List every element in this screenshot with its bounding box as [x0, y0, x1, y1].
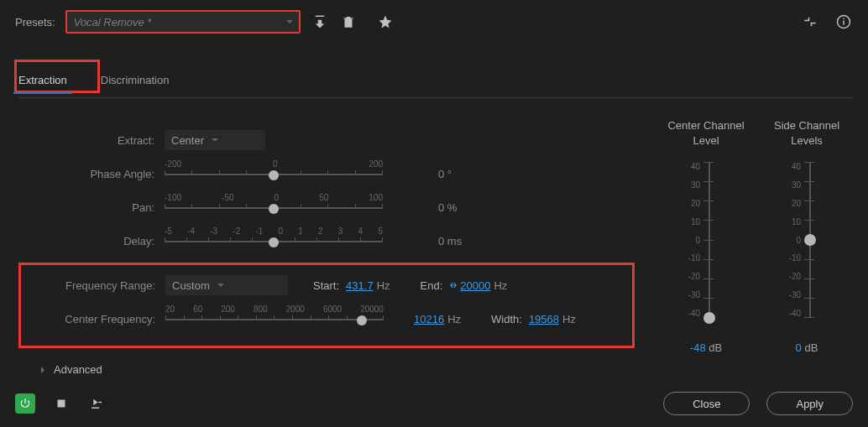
pan-value[interactable]: 0 %	[438, 201, 457, 214]
side-level-unit: dB	[804, 341, 818, 354]
info-button[interactable]	[834, 13, 853, 31]
center-level-slider[interactable]: 403020100-10-20-30-40	[685, 162, 727, 318]
freq-end-input[interactable]: 20000	[460, 279, 490, 292]
phase-label: Phase Angle:	[18, 168, 154, 180]
pan-slider[interactable]: -100-50050100	[165, 193, 383, 220]
freq-start-unit: Hz	[377, 279, 390, 292]
side-level-slider[interactable]: 403020100-10-20-30-40	[786, 162, 828, 318]
side-level-heading: Side Channel Levels	[761, 118, 853, 155]
pan-ticks: -100-50050100	[165, 193, 383, 202]
extract-select-value: Center	[171, 134, 204, 147]
delay-ticks: -5-4-3-2-1012345	[165, 227, 383, 236]
star-icon	[378, 14, 393, 29]
freq-end-label: End:	[421, 279, 443, 292]
delay-value[interactable]: 0 ms	[438, 235, 462, 247]
pan-thumb[interactable]	[269, 204, 279, 214]
frequency-group: Frequency Range: Custom Start: 431.7 Hz …	[18, 263, 635, 348]
svg-rect-2	[843, 18, 844, 20]
side-level-value[interactable]: 0	[796, 341, 802, 354]
center-level-unit: dB	[709, 341, 722, 354]
chevron-down-icon	[285, 18, 294, 26]
power-toggle[interactable]	[15, 393, 35, 414]
advanced-label: Advanced	[54, 363, 102, 376]
width-input[interactable]: 19568	[529, 313, 559, 325]
chevron-down-icon	[217, 281, 225, 289]
preset-select-value: Vocal Remove *	[74, 16, 152, 29]
link-icon	[449, 281, 458, 289]
svg-rect-1	[843, 21, 844, 25]
save-icon	[312, 14, 327, 29]
width-unit: Hz	[562, 313, 576, 325]
tab-discrimination[interactable]: Discrimination	[101, 67, 170, 93]
center-freq-slider[interactable]: 20602008002000600020000	[165, 305, 384, 331]
center-level-heading: Center Channel Level	[660, 118, 752, 155]
freq-range-select[interactable]: Custom	[165, 275, 288, 295]
freq-range-value: Custom	[172, 279, 210, 292]
save-preset-button[interactable]	[311, 13, 329, 31]
center-level-thumb[interactable]	[703, 312, 715, 324]
favorite-button[interactable]	[376, 13, 395, 31]
phase-slider[interactable]: -2000200	[165, 159, 383, 186]
route-icon	[803, 14, 818, 29]
phase-value[interactable]: 0 °	[438, 168, 452, 180]
route-button[interactable]	[801, 13, 819, 31]
center-freq-label: Center Frequency:	[31, 313, 155, 325]
preset-select[interactable]: Vocal Remove *	[65, 10, 301, 34]
stop-preview-button[interactable]	[52, 394, 71, 413]
freq-start-input[interactable]: 431.7	[346, 279, 374, 292]
extract-label: Extract:	[18, 134, 154, 147]
delay-thumb[interactable]	[269, 237, 279, 247]
presets-label: Presets:	[15, 16, 55, 29]
phase-thumb[interactable]	[269, 170, 279, 180]
info-icon	[836, 14, 851, 29]
chevron-down-icon	[211, 136, 219, 144]
power-icon	[19, 398, 31, 409]
side-level-ticks: 403020100-10-20-30-40	[782, 162, 801, 318]
center-level-value[interactable]: -48	[690, 341, 706, 354]
center-freq-input[interactable]: 10216	[414, 313, 444, 325]
trash-icon	[341, 14, 356, 29]
apply-button[interactable]: Apply	[766, 392, 853, 415]
center-freq-thumb[interactable]	[357, 315, 367, 325]
chevron-right-icon	[39, 366, 47, 374]
stop-icon	[54, 396, 69, 411]
freq-range-label: Frequency Range:	[31, 279, 155, 292]
extract-select[interactable]: Center	[165, 130, 265, 150]
freq-start-label: Start:	[313, 279, 339, 292]
delay-label: Delay:	[18, 235, 154, 247]
center-freq-unit: Hz	[447, 313, 461, 325]
close-button[interactable]: Close	[663, 392, 750, 415]
share-icon	[89, 396, 104, 411]
center-freq-ticks: 20602008002000600020000	[165, 305, 384, 314]
tab-extraction[interactable]: Extraction	[18, 67, 67, 93]
side-level-thumb[interactable]	[804, 234, 816, 246]
delete-preset-button[interactable]	[339, 13, 358, 31]
width-label: Width:	[491, 313, 522, 325]
delay-slider[interactable]: -5-4-3-2-1012345	[165, 227, 383, 253]
center-level-ticks: 403020100-10-20-30-40	[682, 162, 700, 318]
freq-end-unit: Hz	[494, 279, 507, 292]
advanced-toggle[interactable]: Advanced	[39, 363, 643, 376]
phase-ticks: -2000200	[165, 159, 383, 169]
pan-label: Pan:	[18, 201, 154, 214]
share-button[interactable]	[87, 394, 106, 413]
svg-rect-3	[58, 400, 65, 408]
